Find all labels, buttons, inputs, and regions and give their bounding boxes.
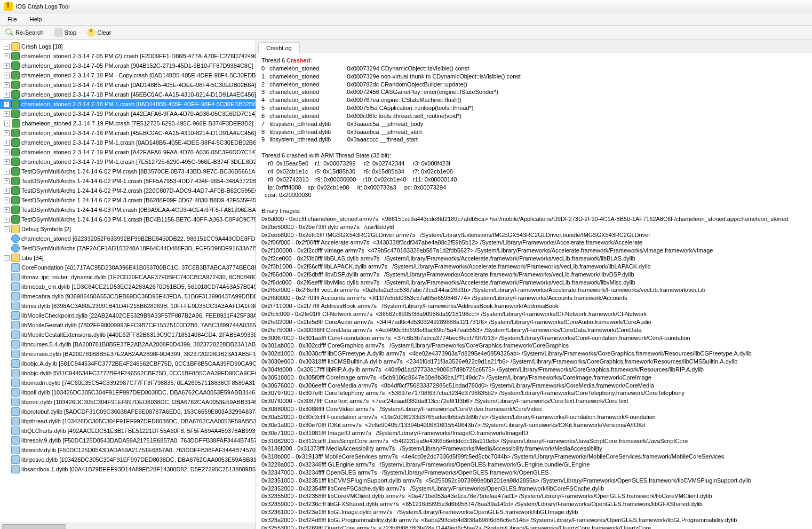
lib-item[interactable]: libmecabra.dylib [936986450A553CDEB69DC3… bbox=[0, 291, 256, 301]
lib-item[interactable]: libobjc.dylib [581C944534FC3772BE4F24656… bbox=[0, 368, 256, 378]
expander-icon[interactable]: − bbox=[4, 255, 10, 261]
lib-item[interactable]: CoreFoundation [401717AC95D238A396E41B06… bbox=[0, 263, 256, 272]
research-button[interactable]: Re-Search bbox=[2, 27, 47, 38]
crash-item[interactable]: +chameleon_stoned 2-3-14 7-18 PM-1.crash… bbox=[0, 138, 256, 147]
lib-item[interactable]: libpthread.dylib [103426DC305C304F91EF99… bbox=[0, 416, 256, 426]
crash-item[interactable]: +chameleon_stoned 2-3-14 7-18 PM.crash [… bbox=[0, 90, 256, 99]
tree-label: libsandbox.1.dylib [00A41B79BEEE93D14A89… bbox=[21, 466, 256, 472]
lib-item[interactable]: libMobileGestaltExtensions.dylib [440E62… bbox=[0, 330, 256, 339]
debug-item[interactable]: TestDSymMultiArchs [7AF2ACF1AD153248A18F… bbox=[0, 243, 256, 253]
menu-help[interactable]: Help bbox=[25, 14, 47, 24]
expander-icon[interactable]: + bbox=[4, 169, 10, 175]
lib-item[interactable]: libMobileGestalt.dylib [7802EF98009993FF… bbox=[0, 320, 256, 330]
crash-item[interactable]: +TestDSymMultiArchs 1-24-14 6-02 PM-1.cr… bbox=[0, 176, 256, 186]
expander-icon[interactable]: + bbox=[4, 207, 10, 213]
crash-item[interactable]: +chameleon_stoned 2-3-14 7-18 PM.crash [… bbox=[0, 80, 256, 90]
lib-icon bbox=[11, 378, 20, 387]
menu-file[interactable]: File bbox=[2, 14, 22, 24]
crash-item[interactable]: +chameleon_stoned 2-3-14 7-05 PM (2).cra… bbox=[0, 51, 256, 61]
lib-item[interactable]: libresolv.dylib [F50DC125D0543DADA59A217… bbox=[0, 445, 256, 455]
debug-symbols-root[interactable]: −Debug Symbols [2] bbox=[0, 224, 256, 234]
tree-view[interactable]: −Crash Logs [18]+chameleon_stoned 2-3-14… bbox=[0, 40, 256, 523]
lib-item[interactable]: libresolv.9.dylib [F50DC125D0543DADA59A2… bbox=[0, 436, 256, 445]
window-title: iOS Crash Logs Tool bbox=[16, 3, 70, 10]
expander-icon[interactable]: + bbox=[4, 101, 10, 107]
expander-icon[interactable]: − bbox=[4, 44, 10, 50]
debug-item[interactable]: chameleon_stoned [622332052F633992BF99B2… bbox=[0, 234, 256, 243]
crash-item[interactable]: +chameleon_stoned 2-3-14 7-05 PM.crash [… bbox=[0, 61, 256, 70]
crash-item[interactable]: +TestDSymMultiArchs 1-24-14 6-03 PM.cras… bbox=[0, 205, 256, 215]
expander-icon[interactable]: + bbox=[4, 140, 10, 146]
crash-item[interactable]: +chameleon_stoned 2-3-14 7-19 PM-1.crash… bbox=[0, 157, 256, 167]
clear-icon bbox=[87, 28, 95, 37]
lib-item[interactable]: librpcsvc.dylib [103426DC305C304F91EF997… bbox=[0, 455, 256, 464]
lib-icon bbox=[11, 359, 20, 368]
expander-icon[interactable]: + bbox=[4, 159, 10, 165]
binary-image-line: 0x2f6f0000 - 0x2f70ffff Accounts armv7s … bbox=[261, 294, 807, 302]
stop-button[interactable]: Stop bbox=[51, 27, 80, 38]
lib-item[interactable]: libMobileCheckpoint.dylib [22AB2A402CE53… bbox=[0, 311, 256, 320]
tree-label: TestDSymMultiArchs [7AF2ACF1AD153248A18F… bbox=[21, 245, 256, 251]
clear-button[interactable]: Clear bbox=[84, 27, 114, 38]
expander-icon[interactable]: + bbox=[4, 130, 10, 136]
crash-icon bbox=[11, 71, 20, 80]
lib-item[interactable]: libpoll.dylib [103426DC305C304F91EF997DE… bbox=[0, 388, 256, 397]
libs-root[interactable]: −Libs [34] bbox=[0, 253, 256, 263]
lib-item[interactable]: libncurses.5.4.dylib [BA200781B8B5E37E2A… bbox=[0, 339, 256, 349]
crash-item[interactable]: +chameleon_stoned 2-3-14 7-19 PM.crash [… bbox=[0, 147, 256, 157]
crash-item[interactable]: +chameleon_stoned 2-3-14 7-18 PM.crash [… bbox=[0, 128, 256, 138]
lib-icon bbox=[11, 417, 20, 425]
binary-image-line: 0x2f3b1000 - 0x2f66cfff libLAPACK.dylib … bbox=[261, 263, 807, 271]
expander-icon bbox=[4, 303, 10, 309]
expander-icon[interactable]: + bbox=[4, 82, 10, 88]
crash-item[interactable]: +TestDSymMultiArchs 1-24-14 6-02 PM-2.cr… bbox=[0, 186, 256, 195]
tree-label: libomadm.dylib [74C60E35C54C3392987C77FF… bbox=[21, 380, 256, 386]
tree-label: TestDSymMultiArchs 1-24-14 6-02 PM.crash… bbox=[21, 168, 256, 175]
expander-icon[interactable]: + bbox=[4, 73, 10, 78]
lib-item[interactable]: libmis.dylib [8398AC3A80E23991B41D4F218B… bbox=[0, 301, 256, 311]
crash-logs-root[interactable]: −Crash Logs [18] bbox=[0, 42, 256, 51]
lib-item[interactable]: libobjc.A.dylib [581C944534FC3772BE4F246… bbox=[0, 359, 256, 368]
crash-item[interactable]: +chameleon_stoned 2-3-14 7-18 PM - Copy.… bbox=[0, 70, 256, 80]
crash-item[interactable]: +chameleon_stoned 2-3-14 7-19 PM.crash [… bbox=[0, 109, 256, 119]
expander-icon[interactable]: + bbox=[4, 217, 10, 223]
horizontal-scrollbar[interactable] bbox=[0, 523, 256, 529]
lib-item[interactable]: libmav_ipc_router_dynamic.dylib [1F2CD20… bbox=[0, 272, 256, 282]
expander-icon[interactable]: + bbox=[4, 121, 10, 127]
crash-item[interactable]: +TestDSymMultiArchs 1-24-14 6-02 PM-3.cr… bbox=[0, 195, 256, 205]
lib-item[interactable]: libQLCharts.dylib [492AACEDC51E3B1FBE512… bbox=[0, 426, 256, 436]
expander-icon[interactable]: − bbox=[4, 226, 10, 232]
expander-icon[interactable]: + bbox=[4, 149, 10, 155]
tree-label: Crash Logs [18] bbox=[21, 43, 63, 50]
lib-item[interactable]: libmecab_em.dylib [1D3C84CE21D53EC2A283A… bbox=[0, 282, 256, 291]
lib-item[interactable]: libomadm.dylib [74C60E35C54C3392987C77FF… bbox=[0, 378, 256, 388]
expander-icon bbox=[4, 342, 10, 348]
register-line: ip: 0xffff4088 sp: 0x02cb1e08 lr: 0x0007… bbox=[261, 184, 807, 192]
expander-icon[interactable]: + bbox=[4, 188, 10, 194]
binary-image-line: 0x2eeb8000 - 0x2efc1fff IMGSGX543RC2GLDr… bbox=[261, 231, 807, 239]
lib-item[interactable]: libncurses.dylib [BA200781B8B5E37E2AB2AA… bbox=[0, 349, 256, 359]
binary-image-line: 0x32351000 - 0x32351fff libCVMSPluginSup… bbox=[261, 477, 807, 485]
tree-label: librpcsvc.dylib [103426DC305C304F91EF997… bbox=[21, 456, 256, 463]
expander-icon[interactable]: + bbox=[4, 111, 10, 117]
lib-icon bbox=[11, 388, 20, 397]
expander-icon bbox=[4, 438, 10, 444]
lib-item[interactable]: libproc.dylib [103426DC305C304F91EF997DE… bbox=[0, 397, 256, 407]
scrollbar-thumb[interactable] bbox=[2, 524, 66, 530]
lib-item[interactable]: libprotobuf.dylib [5ADCDF31C09C36038AFE9… bbox=[0, 407, 256, 416]
tab-crashlog[interactable]: CrashLog bbox=[258, 42, 300, 53]
expander-icon[interactable]: + bbox=[4, 178, 10, 184]
expander-icon bbox=[4, 236, 10, 242]
crashlog-content[interactable]: Thread 6 Crashed:0 chameleon_stoned 0x00… bbox=[256, 53, 812, 529]
expander-icon[interactable]: + bbox=[4, 53, 10, 59]
tree-label: TestDSymMultiArchs 1-24-14 6-03 PM-1.cra… bbox=[21, 216, 256, 223]
expander-icon[interactable]: + bbox=[4, 198, 10, 203]
crash-item[interactable]: +chameleon_stoned 2-3-14 7-18 PM-1.crash… bbox=[0, 99, 256, 109]
binary-image-line: 0x32352000 - 0x32354fff libCoreFSCache.d… bbox=[261, 485, 807, 493]
crash-item[interactable]: +chameleon_stoned 2-3-14 7-19 PM.crash [… bbox=[0, 119, 256, 128]
lib-item[interactable]: libsandbox.1.dylib [00A41B79BEEE93D14A89… bbox=[0, 464, 256, 474]
expander-icon[interactable]: + bbox=[4, 63, 10, 69]
expander-icon[interactable]: + bbox=[4, 92, 10, 98]
crash-item[interactable]: +TestDSymMultiArchs 1-24-14 6-02 PM.cras… bbox=[0, 167, 256, 176]
crash-item[interactable]: +TestDSymMultiArchs 1-24-14 6-03 PM-1.cr… bbox=[0, 215, 256, 224]
